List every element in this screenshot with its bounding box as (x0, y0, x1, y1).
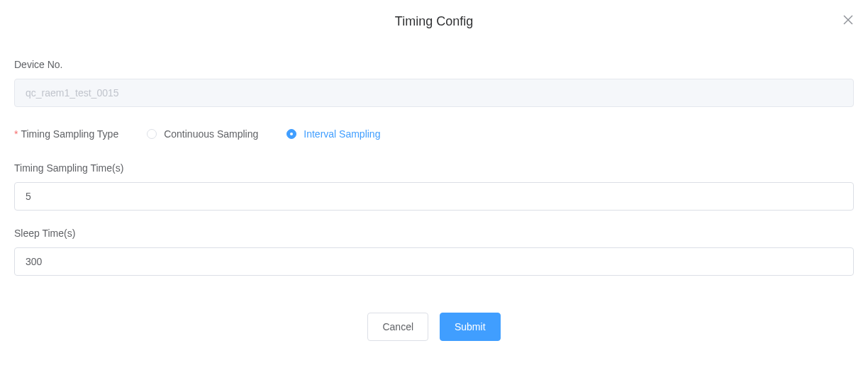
close-button[interactable] (842, 14, 854, 28)
sampling-type-label: *Timing Sampling Type (14, 128, 118, 140)
sleep-time-input[interactable] (14, 247, 854, 276)
device-no-field: Device No. (14, 57, 854, 107)
radio-interval-label: Interval Sampling (304, 128, 380, 140)
radio-circle-icon (147, 129, 157, 139)
sampling-type-row: *Timing Sampling Type Continuous Samplin… (14, 128, 854, 140)
sleep-time-field: Sleep Time(s) (14, 226, 854, 276)
radio-circle-icon (286, 129, 296, 139)
cancel-button[interactable]: Cancel (367, 313, 428, 341)
dialog-footer: Cancel Submit (0, 298, 868, 355)
radio-continuous-label: Continuous Sampling (164, 128, 258, 140)
dialog-header: Timing Config (0, 0, 868, 36)
sampling-time-input[interactable] (14, 182, 854, 211)
submit-button[interactable]: Submit (440, 313, 501, 341)
sleep-time-label: Sleep Time(s) (14, 226, 854, 240)
sampling-time-label: Timing Sampling Time(s) (14, 161, 854, 175)
required-star: * (14, 128, 18, 140)
radio-interval-sampling[interactable]: Interval Sampling (286, 128, 380, 140)
radio-continuous-sampling[interactable]: Continuous Sampling (147, 128, 258, 140)
device-no-input (14, 79, 854, 107)
device-no-label: Device No. (14, 57, 854, 72)
sampling-time-field: Timing Sampling Time(s) (14, 161, 854, 211)
dialog-title: Timing Config (395, 14, 473, 28)
close-icon (842, 14, 854, 26)
sampling-type-label-text: Timing Sampling Type (21, 128, 118, 140)
dialog-body: Device No. *Timing Sampling Type Continu… (0, 36, 868, 298)
